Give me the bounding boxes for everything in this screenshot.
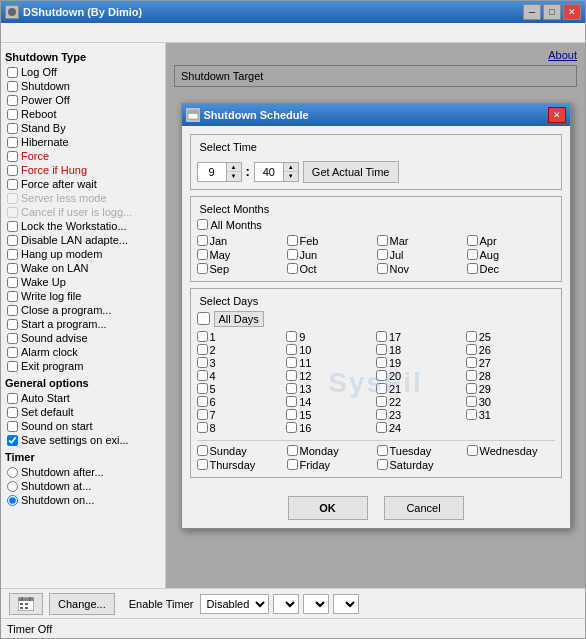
hour-down-arrow[interactable]: ▼ [227, 172, 241, 181]
radio-shutdown-at[interactable]: Shutdown at... [5, 479, 161, 493]
maximize-button[interactable]: □ [543, 4, 561, 20]
minute-up-arrow[interactable]: ▲ [284, 163, 298, 172]
checkbox-lock-workstation-input[interactable] [7, 221, 18, 232]
minute-down-arrow[interactable]: ▼ [284, 172, 298, 181]
day-18[interactable]: 18 [376, 344, 465, 356]
checkbox-write-log[interactable]: Write log file [5, 289, 161, 303]
change-button[interactable]: Change... [49, 593, 115, 615]
month-mar[interactable]: Mar [377, 235, 465, 247]
weekday-tuesday[interactable]: Tuesday [377, 445, 465, 457]
radio-shutdown-on[interactable]: Shutdown on... [5, 493, 161, 507]
hour-up-arrow[interactable]: ▲ [227, 163, 241, 172]
day-11[interactable]: 11 [286, 357, 375, 369]
modal-close-button[interactable]: ✕ [548, 107, 566, 123]
day-25[interactable]: 25 [466, 331, 555, 343]
checkbox-start-program-input[interactable] [7, 319, 18, 330]
month-jul[interactable]: Jul [377, 249, 465, 261]
day-27[interactable]: 27 [466, 357, 555, 369]
checkbox-force-after-wait-input[interactable] [7, 179, 18, 190]
checkbox-set-default[interactable]: Set default [5, 405, 161, 419]
checkbox-set-default-input[interactable] [7, 407, 18, 418]
month-jun[interactable]: Jun [287, 249, 375, 261]
month-dec[interactable]: Dec [467, 263, 555, 275]
all-months-checkbox-label[interactable]: All Months [197, 219, 555, 231]
checkbox-hangup-modem-input[interactable] [7, 249, 18, 260]
checkbox-sound-advise-input[interactable] [7, 333, 18, 344]
checkbox-log-off-input[interactable] [7, 67, 18, 78]
checkbox-force-if-hung-input[interactable] [7, 165, 18, 176]
checkbox-save-settings-input[interactable] [7, 435, 18, 446]
checkbox-sound-on-start[interactable]: Sound on start [5, 419, 161, 433]
weekday-saturday[interactable]: Saturday [377, 459, 465, 471]
day-8[interactable]: 8 [197, 422, 286, 434]
modal-cancel-button[interactable]: Cancel [384, 496, 464, 520]
checkbox-exit-program-input[interactable] [7, 361, 18, 372]
checkbox-standby[interactable]: Stand By [5, 121, 161, 135]
get-actual-time-button[interactable]: Get Actual Time [303, 161, 399, 183]
day-4[interactable]: 4 [197, 370, 286, 382]
day-12[interactable]: 12 [286, 370, 375, 382]
all-days-checkbox-label[interactable]: All Days [197, 311, 555, 327]
hour-spinner[interactable]: ▲ ▼ [197, 162, 242, 182]
checkbox-reboot[interactable]: Reboot [5, 107, 161, 121]
calendar-button[interactable] [9, 593, 43, 615]
minute-input[interactable] [255, 163, 283, 181]
weekday-monday[interactable]: Monday [287, 445, 375, 457]
checkbox-hibernate-input[interactable] [7, 137, 18, 148]
checkbox-power-off[interactable]: Power Off [5, 93, 161, 107]
timer-select-2[interactable] [273, 594, 299, 614]
weekday-thursday[interactable]: Thursday [197, 459, 285, 471]
close-button[interactable]: ✕ [563, 4, 581, 20]
checkbox-exit-program[interactable]: Exit program [5, 359, 161, 373]
month-sep[interactable]: Sep [197, 263, 285, 275]
checkbox-hangup-modem[interactable]: Hang up modem [5, 247, 161, 261]
checkbox-wake-on-lan-input[interactable] [7, 263, 18, 274]
month-jan[interactable]: Jan [197, 235, 285, 247]
day-17[interactable]: 17 [376, 331, 465, 343]
weekday-friday[interactable]: Friday [287, 459, 375, 471]
checkbox-sound-on-start-input[interactable] [7, 421, 18, 432]
month-apr[interactable]: Apr [467, 235, 555, 247]
radio-shutdown-at-input[interactable] [7, 481, 18, 492]
checkbox-auto-start-input[interactable] [7, 393, 18, 404]
timer-disabled-select[interactable]: Disabled [200, 594, 269, 614]
timer-select-3[interactable] [303, 594, 329, 614]
day-29[interactable]: 29 [466, 383, 555, 395]
radio-shutdown-on-input[interactable] [7, 495, 18, 506]
day-9[interactable]: 9 [286, 331, 375, 343]
checkbox-disable-lan-input[interactable] [7, 235, 18, 246]
day-28[interactable]: 28 [466, 370, 555, 382]
checkbox-force-after-wait[interactable]: Force after wait [5, 177, 161, 191]
month-feb[interactable]: Feb [287, 235, 375, 247]
month-may[interactable]: May [197, 249, 285, 261]
day-6[interactable]: 6 [197, 396, 286, 408]
checkbox-auto-start[interactable]: Auto Start [5, 391, 161, 405]
day-21[interactable]: 21 [376, 383, 465, 395]
weekday-wednesday[interactable]: Wednesday [467, 445, 555, 457]
day-7[interactable]: 7 [197, 409, 286, 421]
checkbox-force-input[interactable] [7, 151, 18, 162]
minute-spinner[interactable]: ▲ ▼ [254, 162, 299, 182]
day-23[interactable]: 23 [376, 409, 465, 421]
checkbox-alarm-clock-input[interactable] [7, 347, 18, 358]
day-5[interactable]: 5 [197, 383, 286, 395]
day-22[interactable]: 22 [376, 396, 465, 408]
checkbox-wake-up-input[interactable] [7, 277, 18, 288]
all-days-button[interactable]: All Days [214, 311, 264, 327]
day-14[interactable]: 14 [286, 396, 375, 408]
checkbox-save-settings[interactable]: Save settings on exi... [5, 433, 161, 447]
month-nov[interactable]: Nov [377, 263, 465, 275]
day-31[interactable]: 31 [466, 409, 555, 421]
checkbox-force-if-hung[interactable]: Force if Hung [5, 163, 161, 177]
month-aug[interactable]: Aug [467, 249, 555, 261]
checkbox-reboot-input[interactable] [7, 109, 18, 120]
day-1[interactable]: 1 [197, 331, 286, 343]
checkbox-lock-workstation[interactable]: Lock the Workstatio... [5, 219, 161, 233]
day-19[interactable]: 19 [376, 357, 465, 369]
day-20[interactable]: 20 [376, 370, 465, 382]
checkbox-wake-up[interactable]: Wake Up [5, 275, 161, 289]
timer-select-4[interactable] [333, 594, 359, 614]
checkbox-alarm-clock[interactable]: Alarm clock [5, 345, 161, 359]
checkbox-write-log-input[interactable] [7, 291, 18, 302]
checkbox-log-off[interactable]: Log Off [5, 65, 161, 79]
